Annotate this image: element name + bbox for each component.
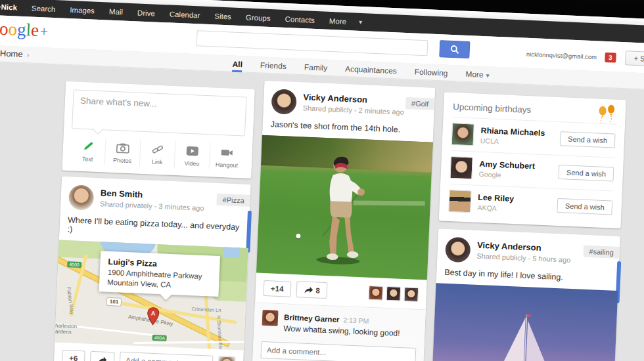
hashtag-badge[interactable]: #Pizza: [216, 194, 250, 207]
share-tools: Text Photos Link Video: [70, 137, 244, 170]
birthday-name[interactable]: Rhiana Michaels: [480, 126, 545, 138]
golfer-figure: [300, 148, 378, 269]
chevron-down-icon: ▾: [486, 72, 489, 79]
avatar[interactable]: [448, 190, 471, 213]
avatar[interactable]: [368, 285, 383, 300]
tab-all[interactable]: All: [232, 60, 242, 73]
logo-letter: o: [8, 19, 18, 40]
breadcrumb[interactable]: Home›: [0, 49, 30, 60]
tool-link-button[interactable]: Link: [139, 140, 175, 167]
send-a-wish-button[interactable]: Send a wish: [557, 198, 612, 215]
share-placeholder: Share what's new...: [80, 96, 157, 109]
avatar[interactable]: [68, 184, 95, 211]
nav-mail-link[interactable]: Mail: [102, 7, 131, 16]
play-icon: [186, 146, 200, 157]
birthday-org: AKQA: [477, 203, 513, 213]
comment-input[interactable]: [260, 341, 416, 361]
post-author[interactable]: Vicky Anderson: [477, 238, 572, 254]
magnifier-icon: [450, 45, 460, 54]
post-meta: Shared privately - 3 minutes ago: [100, 200, 204, 212]
avatar[interactable]: [218, 356, 235, 361]
hashtag-badge[interactable]: #Golf: [405, 97, 435, 110]
search-input[interactable]: [196, 30, 428, 56]
birthday-name[interactable]: Lee Riley: [478, 193, 514, 203]
avatar[interactable]: [403, 287, 419, 302]
map-info-notch: [160, 289, 172, 300]
send-a-wish-button[interactable]: Send a wish: [560, 131, 616, 148]
share-input[interactable]: Share what's new...: [72, 89, 246, 136]
plus-one-button[interactable]: +6: [62, 350, 85, 361]
nav-more-link[interactable]: More: [322, 16, 354, 26]
tab-more-label: More: [465, 70, 484, 79]
nav-contacts-link[interactable]: Contacts: [277, 14, 322, 24]
comment-author[interactable]: Brittney Garner: [284, 313, 340, 324]
post-header: Vicky Anderson Shared publicly - 5 hours…: [437, 228, 620, 273]
account-area: nicklonnqvist@gmail.com 3 + Share: [526, 47, 644, 67]
birthdays-card: Upcoming birthdays Rhiana Michaels UCLA …: [439, 92, 626, 228]
tool-hangout-button[interactable]: Hangout: [209, 142, 245, 170]
nav-search-link[interactable]: Search: [24, 4, 63, 13]
sailboat-figure: [463, 303, 580, 361]
reshare-button[interactable]: [90, 350, 115, 361]
share-input-notch: [93, 125, 103, 135]
post-golf: Vicky Anderson Shared publicly - 2 minut…: [252, 81, 435, 361]
send-a-wish-button[interactable]: Send a wish: [559, 165, 614, 182]
account-email: nicklonnqvist@gmail.com: [526, 50, 597, 60]
map-info-address: Mountain View, CA: [107, 278, 211, 291]
tool-label: Hangout: [210, 161, 244, 169]
avatar[interactable]: [386, 286, 401, 301]
chevron-down-icon[interactable]: ▾: [354, 18, 367, 26]
video-camera-icon: [220, 147, 234, 158]
post-author[interactable]: Vicky Anderson: [303, 90, 405, 106]
map-label-road: Crittenden Ln: [191, 306, 221, 313]
tab-family[interactable]: Family: [304, 62, 327, 75]
stream-column-left: Share what's new... Text Photos Link: [53, 81, 255, 361]
map-label-place: Gardens: [55, 328, 72, 335]
avatar[interactable]: [262, 310, 279, 326]
reshare-count: 8: [315, 286, 320, 294]
tab-more[interactable]: More▾: [465, 70, 490, 83]
nav-groups-link[interactable]: Groups: [239, 12, 278, 22]
tab-friends[interactable]: Friends: [260, 60, 287, 74]
nav-sites-link[interactable]: Sites: [207, 11, 239, 20]
share-box-card: Share what's new... Text Photos Link: [62, 81, 255, 179]
birthday-name[interactable]: Amy Schubert: [479, 159, 535, 171]
tool-video-button[interactable]: Video: [174, 141, 210, 169]
nav-calendar-link[interactable]: Calendar: [162, 10, 208, 20]
search-button[interactable]: [439, 40, 470, 58]
nav-images-link[interactable]: Images: [62, 5, 102, 15]
tab-following[interactable]: Following: [414, 68, 448, 81]
tool-label: Video: [175, 159, 209, 167]
tool-text-button[interactable]: Text: [70, 137, 106, 164]
post-meta: Shared publicly - 2 minutes ago: [303, 104, 404, 116]
hashtag-badge[interactable]: #sailing: [583, 245, 620, 259]
golf-photo[interactable]: [256, 135, 433, 280]
nav-profile-link[interactable]: +Nick: [0, 3, 24, 12]
map-highway-shield: 101: [106, 297, 122, 307]
plus-one-button[interactable]: +14: [264, 280, 292, 297]
map-marker-a[interactable]: A: [146, 307, 160, 326]
share-button[interactable]: + Share: [625, 51, 644, 67]
tool-photos-button[interactable]: Photos: [104, 138, 141, 165]
map-pin-icon: A: [146, 307, 160, 326]
avatar[interactable]: [449, 156, 472, 179]
tool-label: Text: [70, 155, 104, 163]
nav-drive-link[interactable]: Drive: [130, 8, 162, 17]
stream-column-middle: Vicky Anderson Shared publicly - 2 minut…: [252, 81, 435, 361]
avatar[interactable]: [271, 89, 297, 115]
map-attachment[interactable]: Shoreline Lake Fabian Way Amphitheatre P…: [55, 240, 248, 350]
avatar[interactable]: [451, 123, 474, 146]
svg-text:A: A: [151, 310, 156, 316]
comment-input[interactable]: [120, 352, 214, 361]
search-bar: [196, 30, 471, 58]
sailing-photo[interactable]: [430, 283, 618, 361]
breadcrumb-home[interactable]: Home: [0, 49, 23, 59]
notifications-badge[interactable]: 3: [605, 52, 616, 62]
post-meta: Shared publicly - 5 hours ago: [476, 252, 570, 264]
logo-letter: +: [39, 23, 49, 41]
reshare-button[interactable]: 8: [296, 281, 327, 299]
balloons-icon: [595, 104, 618, 127]
map-route-badge: 400A: [152, 335, 167, 341]
avatar[interactable]: [445, 237, 471, 263]
map-info-window[interactable]: Luigi's Pizza 1900 Amphitheatre Parkway …: [99, 251, 220, 297]
